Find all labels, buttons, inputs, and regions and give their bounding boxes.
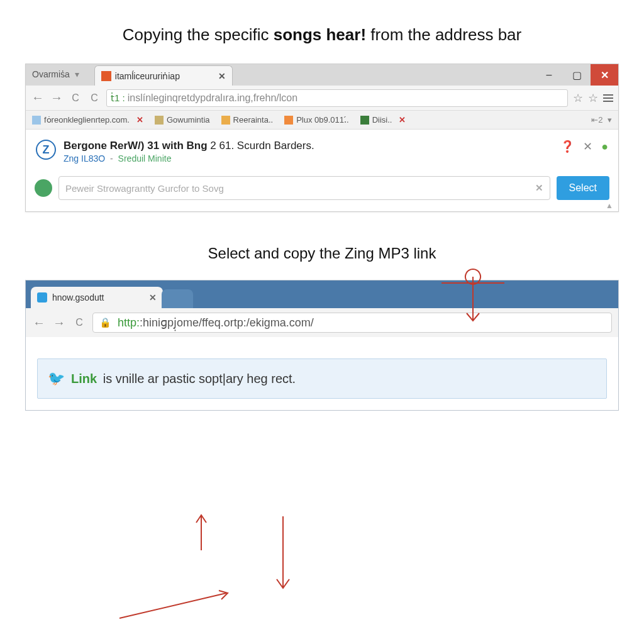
result-title: Bergone RerW/) 31 with Bng 2 61. Scurdn …	[64, 140, 314, 152]
browser-window-2: hnow.gsodutt ✕ ← → C 🔒 http: :hiniɡpj̣om…	[25, 280, 619, 411]
result-meta: Sreduil Minite	[118, 153, 172, 164]
heading-mid: songs hear!	[274, 25, 366, 44]
bookmark-item[interactable]: Reerainta..	[221, 115, 274, 125]
back-button[interactable]: ←	[31, 91, 45, 105]
close-tab-icon[interactable]: ✕	[218, 71, 226, 81]
maximize-button[interactable]: ▢	[563, 64, 591, 86]
bookmark-star-icon-2[interactable]: ☆	[588, 91, 598, 105]
twitter-icon: 🐦	[48, 370, 65, 387]
address-text: inslínleginqretdypdralıra.ing,frehn/lcon	[128, 92, 297, 104]
address-protocol: http:	[118, 316, 140, 330]
folder-icon	[155, 116, 164, 125]
reload-button[interactable]: C	[72, 317, 86, 328]
bookmark-star-icon[interactable]: ☆	[573, 91, 583, 105]
forward-button[interactable]: →	[52, 316, 66, 330]
bookmark-label: fȯreonkleglienrtep.com.	[44, 115, 130, 125]
result-title-bold: Bergone RerW/) 31 with Bng	[64, 140, 208, 152]
address-prefix: ṫ1 :	[111, 92, 125, 104]
collapse-arrow-icon[interactable]: ▲	[606, 201, 613, 210]
bookmark-item[interactable]: Diisi.. ✕	[360, 115, 406, 125]
select-button[interactable]: Select	[557, 176, 609, 200]
page-icon	[32, 116, 41, 125]
bookmark-label: Gowumintia	[167, 115, 210, 125]
info-text: is vnille ar pastic sopt|ary heg rect.	[103, 372, 296, 386]
close-icon[interactable]: ✕	[136, 115, 143, 125]
svg-line-4	[119, 593, 226, 618]
calendar-icon	[284, 116, 293, 125]
chevron-down-icon	[72, 69, 79, 79]
app-icon	[360, 116, 369, 125]
tab-active-label: itamĺiceururiṅiap	[115, 71, 180, 81]
bookmark-label: Plux 0b9.011.́.	[296, 115, 349, 125]
search-placeholder: Peweir Strowagrantty Gurcfor to Sovg	[65, 183, 224, 194]
reload-button-2[interactable]: C	[87, 92, 101, 104]
bookmark-label: Reerainta..	[233, 115, 274, 125]
lock-icon: 🔒	[99, 317, 111, 328]
bookmark-item[interactable]: Plux 0b9.011.́.	[284, 115, 349, 125]
page-content: Z Bergone RerW/) 31 with Bng 2 61. Scurd…	[26, 130, 618, 211]
browser-window-1: Ovarmiṡa itamĺiceururiṅiap ✕ – ▢ ✕ ← → C…	[25, 64, 619, 212]
tab-active[interactable]: itamĺiceururiṅiap ✕	[94, 65, 233, 86]
close-window-button[interactable]: ✕	[591, 64, 618, 86]
address-bar[interactable]: 🔒 http: :hiniɡpj̣ome/ffeq.ortp:/ekigma.c…	[92, 313, 612, 333]
forward-button[interactable]: →	[50, 91, 64, 105]
address-text: :hiniɡpj̣ome/ffeq.ortp:/ekigma.com/	[140, 316, 314, 330]
result-row[interactable]: Z Bergone RerW/) 31 with Bng 2 61. Scurd…	[35, 136, 609, 169]
tab-strip: hnow.gsodutt ✕	[26, 280, 618, 308]
toolbar: ← → C 🔒 http: :hiniɡpj̣ome/ffeq.ortp:/ek…	[26, 308, 618, 337]
tab-inactive[interactable]: Ovarmiṡa	[26, 64, 94, 86]
new-tab-button[interactable]	[162, 289, 193, 308]
source-badge-icon	[35, 179, 52, 197]
tab-favicon-icon	[101, 71, 111, 81]
bookmarks-bar: fȯreonkleglienrtep.com. ✕ Gowumintia Ree…	[26, 111, 618, 130]
help-icon[interactable]: ❓	[560, 140, 574, 153]
clear-icon[interactable]: ✕	[535, 182, 543, 194]
annotation-arrow-icon	[94, 513, 377, 619]
tab-favicon-icon	[37, 292, 47, 303]
back-button[interactable]: ←	[32, 316, 46, 330]
tab-active[interactable]: hnow.gsodutt ✕	[31, 287, 163, 308]
page-title: Copying the specific songs hear! from th…	[25, 25, 619, 45]
folder-icon	[221, 116, 230, 125]
result-subtitle: Zng IL83O - Sreduil Minite	[64, 153, 314, 164]
tab-inactive-label: Ovarmiṡa	[32, 69, 70, 79]
zing-badge-icon: Z	[36, 140, 56, 160]
status-dot-icon: ●	[601, 140, 608, 153]
bookmark-overflow[interactable]: ⇤2	[591, 115, 612, 125]
bookmark-item[interactable]: Gowumintia	[155, 115, 210, 125]
result-title-rest: 2 61. Scurdn Barders.	[210, 140, 314, 152]
bookmark-overflow-label: ⇤2	[591, 115, 602, 125]
tab-label: hnow.gsodutt	[52, 292, 104, 303]
address-bar[interactable]: ṫ1 : inslínleginqretdypdralıra.ing,frehn…	[106, 89, 568, 107]
close-icon[interactable]: ✕	[399, 115, 406, 125]
hamburger-menu-icon[interactable]	[603, 94, 613, 102]
search-input[interactable]: Peweir Strowagrantty Gurcfor to Sovg ✕	[58, 176, 550, 200]
chevron-down-icon	[605, 115, 612, 125]
window-controls: – ▢ ✕	[535, 64, 618, 86]
info-box: 🐦 Link is vnille ar pastic sopt|ary heg …	[37, 358, 607, 399]
close-icon[interactable]: ✕	[583, 140, 592, 153]
bookmark-label: Diisi..	[372, 115, 392, 125]
result-brand: Zng IL83O	[64, 153, 105, 164]
tab-strip: Ovarmiṡa itamĺiceururiṅiap ✕ – ▢ ✕	[26, 64, 618, 86]
heading-post: from the address bar	[370, 25, 521, 44]
result-text: Bergone RerW/) 31 with Bng 2 61. Scurdn …	[64, 140, 314, 164]
separator: -	[110, 153, 113, 164]
page-content: 🐦 Link is vnille ar pastic sopt|ary heg …	[26, 337, 618, 410]
result-actions: ❓ ✕ ●	[560, 140, 608, 153]
bookmark-item[interactable]: fȯreonkleglienrtep.com. ✕	[32, 115, 143, 125]
toolbar: ← → C C ṫ1 : inslínleginqretdypdralıra.i…	[26, 86, 618, 111]
minimize-button[interactable]: –	[535, 64, 563, 86]
reload-button[interactable]: C	[69, 92, 82, 104]
info-link-label[interactable]: Link	[71, 372, 97, 386]
close-tab-icon[interactable]: ✕	[149, 292, 157, 303]
instruction-caption: Select and copy the Zing MP3 link	[25, 245, 619, 262]
heading-pre: Copying the specific	[123, 25, 269, 44]
search-row: Peweir Strowagrantty Gurcfor to Sovg ✕ S…	[35, 176, 609, 200]
